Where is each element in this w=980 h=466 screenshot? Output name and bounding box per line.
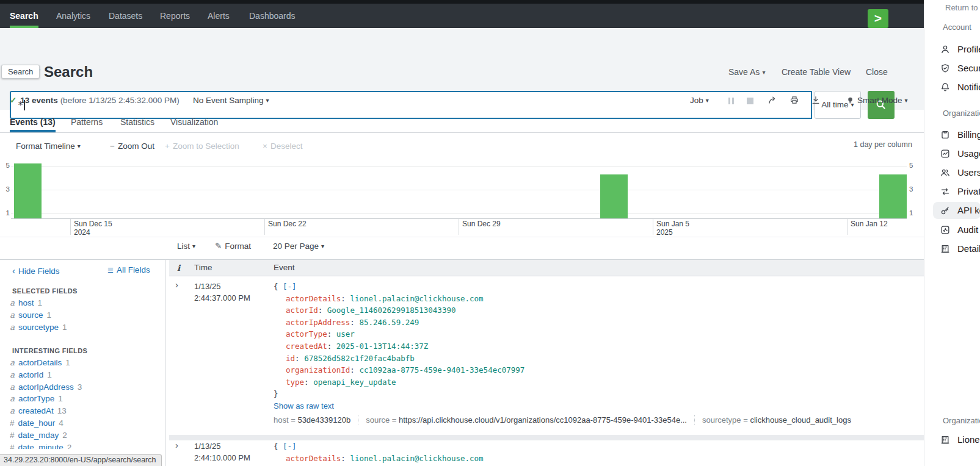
field-name[interactable]: sourcetype xyxy=(18,323,59,332)
panel-item-notifications[interactable]: Notifications xyxy=(957,81,980,93)
panel-item-lionel[interactable]: Lionel xyxy=(957,434,980,446)
zoom-out-button[interactable]: Zoom Out xyxy=(110,139,154,154)
json-value[interactable]: lionel.palacin@clickhouse.com xyxy=(350,294,483,303)
json-value[interactable]: cc1092aa-8775-459e-9401-33e54ec07997 xyxy=(359,365,524,375)
nav-item-dashboards[interactable]: Dashboards xyxy=(249,4,296,28)
panel-item-usage[interactable]: Usage xyxy=(957,148,980,160)
timeline-histogram[interactable] xyxy=(11,157,907,219)
panel-item-audit[interactable]: Audit xyxy=(957,224,978,236)
x-axis-label: Sun Dec 29 xyxy=(462,220,501,228)
bell-icon xyxy=(940,82,950,92)
save-as-button[interactable]: Save As xyxy=(728,67,765,77)
nav-item-datasets[interactable]: Datasets xyxy=(109,4,142,28)
field-source[interactable]: asource1 xyxy=(10,309,162,321)
panel-item-users[interactable]: Users xyxy=(957,167,980,179)
json-value[interactable]: 85.246.59.249 xyxy=(359,318,419,327)
format-timeline-menu[interactable]: Format Timeline xyxy=(16,139,81,154)
field-date_hour[interactable]: #date_hour4 xyxy=(10,417,162,429)
splunk-logo-icon[interactable]: > xyxy=(868,9,888,28)
tab-events[interactable]: Events (13) xyxy=(10,115,56,132)
field-name[interactable]: actorId xyxy=(18,370,43,379)
return-link[interactable]: Return to xyxy=(945,3,978,12)
x-tick-mark xyxy=(653,219,653,235)
field-name[interactable]: date_mday xyxy=(18,431,59,440)
string-field-icon: a xyxy=(10,382,15,392)
source-field[interactable]: sourcehttps://api.clickhouse.cloud/v1/or… xyxy=(358,415,687,425)
sourcetype-field[interactable]: sourcetypeclickhouse_cloud_audit_logs xyxy=(694,415,851,425)
field-host[interactable]: ahost1 xyxy=(10,297,162,309)
print-icon[interactable] xyxy=(789,95,799,105)
expand-row-chevron[interactable]: › xyxy=(175,440,178,450)
field-name[interactable]: actorType xyxy=(18,394,54,403)
json-open-brace: { xyxy=(274,282,278,291)
panel-item-security[interactable]: Security xyxy=(957,62,980,74)
info-column-header: i xyxy=(177,260,180,276)
field-actorId[interactable]: aactorId1 xyxy=(10,369,162,381)
expand-row-chevron[interactable]: › xyxy=(175,279,178,290)
tab-visualization[interactable]: Visualization xyxy=(170,115,218,132)
string-field-icon: a xyxy=(10,406,15,415)
download-icon[interactable] xyxy=(811,95,821,105)
event-sampling-menu[interactable]: No Event Sampling xyxy=(193,93,269,109)
json-value[interactable]: user xyxy=(336,329,355,339)
nav-item-alerts[interactable]: Alerts xyxy=(208,4,230,28)
x-axis-label: Sun Jan 12 xyxy=(851,220,888,228)
browser-status-bar: 34.29.223.20:8000/en-US/app/search/searc… xyxy=(0,454,162,466)
field-actorType[interactable]: aactorType1 xyxy=(10,393,162,405)
per-page-menu[interactable]: 20 Per Page xyxy=(273,239,324,254)
field-name[interactable]: actorDetails xyxy=(18,358,62,367)
field-actorIpAddress[interactable]: aactorIpAddress3 xyxy=(10,381,162,393)
tab-statistics[interactable]: Statistics xyxy=(120,115,154,132)
list-view-menu[interactable]: List xyxy=(177,239,195,254)
json-collapse-link[interactable]: [-] xyxy=(283,442,297,451)
field-name[interactable]: source xyxy=(18,310,43,320)
format-results-button[interactable]: ✎Format xyxy=(215,239,251,254)
string-field-icon: a xyxy=(10,310,15,320)
field-name[interactable]: actorIpAddress xyxy=(18,382,74,392)
user-icon xyxy=(940,45,950,54)
stop-icon[interactable] xyxy=(747,98,753,104)
json-value[interactable]: 678526d582c1f20fac4babfb xyxy=(304,354,415,363)
histogram-bar[interactable] xyxy=(600,174,628,218)
nav-item-reports[interactable]: Reports xyxy=(160,4,190,28)
nav-item-search[interactable]: Search xyxy=(10,4,38,28)
share-icon[interactable] xyxy=(768,95,778,105)
selected-fields-header: SELECTED FIELDS xyxy=(12,287,78,295)
field-name[interactable]: date_hour xyxy=(18,418,56,428)
field-name[interactable]: createdAt xyxy=(18,406,54,415)
panel-item-details[interactable]: Details xyxy=(957,243,980,255)
json-value[interactable]: openapi_key_update xyxy=(313,378,396,387)
json-key: actorDetails xyxy=(286,294,350,303)
screen: Search Analytics Datasets Reports Alerts… xyxy=(0,0,980,466)
pause-icon[interactable] xyxy=(728,98,730,104)
histogram-bar[interactable] xyxy=(14,163,42,218)
search-mode-menu[interactable]: Smart Mode xyxy=(857,93,908,109)
tab-patterns[interactable]: Patterns xyxy=(71,115,103,132)
field-createdAt[interactable]: acreatedAt13 xyxy=(10,405,162,417)
json-value[interactable]: 2025-01-13T14:44:37Z xyxy=(336,342,429,351)
show-raw-text-link[interactable]: Show as raw text xyxy=(274,401,334,410)
host-field[interactable]: host53de4339120b xyxy=(274,415,350,425)
field-name[interactable]: date_minute xyxy=(18,443,64,449)
field-name[interactable]: host xyxy=(18,298,34,307)
nav-item-analytics[interactable]: Analytics xyxy=(56,4,90,28)
panel-item-billing[interactable]: Billing xyxy=(957,129,980,141)
job-menu[interactable]: Job xyxy=(690,93,709,109)
histogram-bar[interactable] xyxy=(879,174,907,218)
field-date_mday[interactable]: #date_mday2 xyxy=(10,429,162,442)
json-value[interactable]: Google_114602629918513043390 xyxy=(327,306,456,315)
panel-item-api-keys[interactable]: API keys xyxy=(957,204,980,217)
close-button[interactable]: Close xyxy=(866,67,888,77)
panel-item-profile[interactable]: Profile xyxy=(957,43,980,56)
json-collapse-link[interactable]: [-] xyxy=(283,282,297,291)
json-value[interactable]: lionel.palacin@clickhouse.com xyxy=(350,454,483,463)
all-fields-link[interactable]: ☰All Fields xyxy=(107,265,150,274)
results-tabs: Events (13) Patterns Statistics Visualiz… xyxy=(0,115,924,133)
field-actorDetails[interactable]: aactorDetails1 xyxy=(10,357,162,369)
field-sourcetype[interactable]: asourcetype1 xyxy=(10,321,162,334)
panel-item-private-endpoints[interactable]: Private endpoints xyxy=(957,185,980,198)
hide-fields-link[interactable]: Hide Fields xyxy=(12,265,60,276)
splunk-app: Search Analytics Datasets Reports Alerts… xyxy=(0,0,924,466)
create-table-view-button[interactable]: Create Table View xyxy=(782,67,851,77)
field-date_minute[interactable]: #date_minute2 xyxy=(10,442,162,449)
